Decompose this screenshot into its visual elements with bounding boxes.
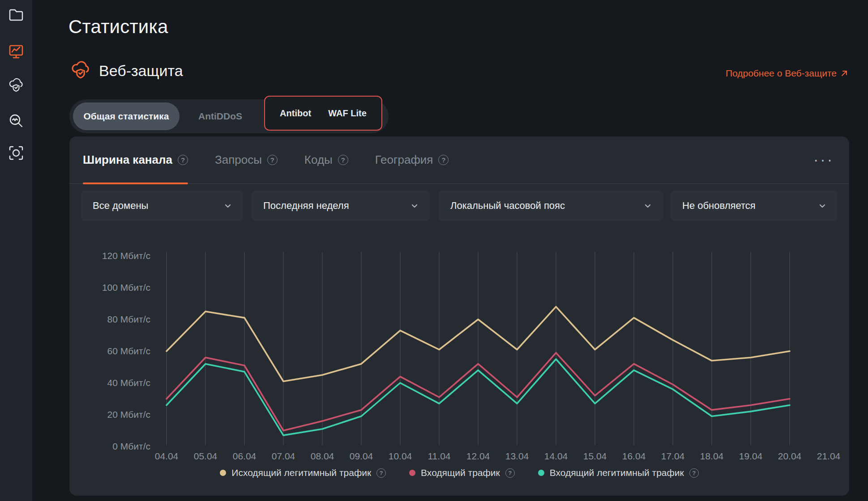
x-axis-label: 11.04 xyxy=(428,451,451,461)
web-protection-icon[interactable] xyxy=(8,76,25,93)
legend-dot xyxy=(538,470,544,476)
legend-item-0[interactable]: Исходящий легитимный трафик? xyxy=(220,467,386,478)
y-axis-label: 40 Мбит/с xyxy=(107,378,150,388)
x-axis-label: 05.04 xyxy=(194,451,218,461)
help-icon[interactable]: ? xyxy=(689,468,699,478)
x-axis-label: 07.04 xyxy=(272,451,295,461)
chart-legend: Исходящий легитимный трафик?Входящий тра… xyxy=(69,467,849,478)
folder-icon[interactable] xyxy=(8,7,25,24)
y-axis-label: 120 Мбит/с xyxy=(102,250,150,261)
legend-label: Исходящий легитимный трафик xyxy=(231,467,371,478)
x-axis-label: 09.04 xyxy=(350,451,373,461)
section-header: Веб-защита xyxy=(70,59,183,82)
search-analytics-icon[interactable] xyxy=(8,112,25,129)
y-axis-label: 80 Мбит/с xyxy=(107,314,150,324)
x-axis-label: 04.04 xyxy=(155,451,179,461)
help-icon[interactable]: ? xyxy=(505,468,515,478)
x-axis-label: 20.04 xyxy=(778,451,802,461)
sidebar xyxy=(0,0,32,501)
x-axis-label: 12.04 xyxy=(466,451,490,461)
y-axis-label: 20 Мбит/с xyxy=(107,409,150,420)
y-axis-label: 100 Мбит/с xyxy=(102,282,150,293)
tab-antibot[interactable]: Antibot xyxy=(280,108,311,119)
tab-waf-lite[interactable]: WAF Lite xyxy=(328,108,367,119)
y-axis-label: 60 Мбит/с xyxy=(107,346,150,356)
legend-item-2[interactable]: Входящий легитимный трафик? xyxy=(538,467,699,478)
statistics-icon[interactable] xyxy=(8,43,25,60)
help-icon[interactable]: ? xyxy=(376,468,386,478)
protection-tabs: Общая статистика AntiDDoS Antibot WAF Li… xyxy=(69,99,389,133)
highlighted-tabs-group: Antibot WAF Lite xyxy=(264,96,382,131)
traffic-line-chart: 0 Мбит/с20 Мбит/с40 Мбит/с60 Мбит/с80 Мб… xyxy=(69,136,849,496)
x-axis-label: 21.04 xyxy=(817,451,841,461)
x-axis-label: 15.04 xyxy=(583,451,607,461)
tab-general-statistics[interactable]: Общая статистика xyxy=(73,102,180,130)
x-axis-label: 16.04 xyxy=(622,451,646,461)
x-axis-label: 08.04 xyxy=(311,451,334,461)
x-axis-label: 06.04 xyxy=(233,451,257,461)
x-axis-label: 10.04 xyxy=(389,451,412,461)
page-title: Статистика xyxy=(68,16,168,38)
x-axis-label: 13.04 xyxy=(505,451,529,461)
tab-antiddos[interactable]: AntiDDoS xyxy=(181,99,259,133)
section-title: Веб-защита xyxy=(99,62,183,80)
legend-dot xyxy=(220,470,226,476)
x-axis-label: 17.04 xyxy=(661,451,685,461)
legend-label: Входящий трафик xyxy=(421,467,500,478)
statistics-card: Ширина канала?Запросы?Коды?География? ··… xyxy=(69,136,849,496)
legend-item-1[interactable]: Входящий трафик? xyxy=(409,467,515,478)
y-axis-label: 0 Мбит/с xyxy=(112,441,150,451)
legend-label: Входящий легитимный трафик xyxy=(550,467,684,478)
scan-icon[interactable] xyxy=(8,144,25,161)
x-axis-label: 18.04 xyxy=(700,451,724,461)
details-link[interactable]: Подробнее о Веб-защите xyxy=(726,68,848,79)
x-axis-label: 19.04 xyxy=(739,451,763,461)
external-link-icon xyxy=(840,69,848,77)
web-protection-cloud-icon xyxy=(70,59,91,82)
legend-dot xyxy=(409,470,415,476)
x-axis-label: 14.04 xyxy=(544,451,568,461)
